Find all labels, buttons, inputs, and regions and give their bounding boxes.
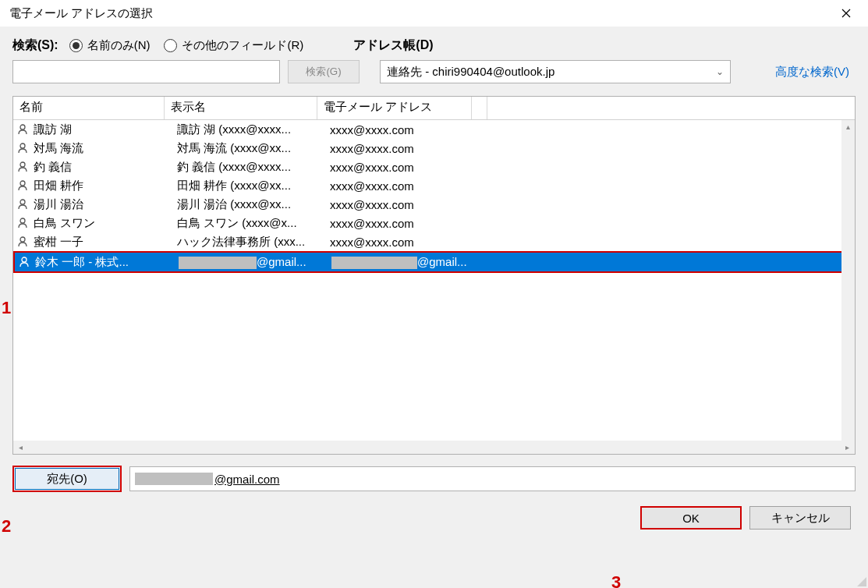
column-headers: 名前 表示名 電子メール アドレス xyxy=(13,97,855,120)
cell-email: xxxx@xxxx.com xyxy=(330,236,414,249)
dialog-buttons: OK キャンセル xyxy=(12,506,856,530)
cell-display: 釣 義信 (xxxx@xxxx... xyxy=(177,160,330,175)
cell-name: 釣 義信 xyxy=(34,160,177,175)
radio-icon xyxy=(69,39,83,52)
cell-email: @gmail... xyxy=(331,255,467,269)
search-label: 検索(S): xyxy=(12,37,58,54)
redacted-block xyxy=(135,473,213,485)
list-item[interactable]: 蜜柑 一子ハック法律事務所 (xxx...xxxx@xxxx.com xyxy=(13,232,855,251)
search-options-row: 検索(S): 名前のみ(N) その他のフィールド(R) アドレス帳(D) xyxy=(12,37,856,54)
person-icon xyxy=(16,217,29,229)
cell-name: 湯川 湯治 xyxy=(34,197,177,212)
cell-email: xxxx@xxxx.com xyxy=(330,217,414,230)
cell-name: 鈴木 一郎 - 株式... xyxy=(35,255,179,270)
radio-name-only[interactable]: 名前のみ(N) xyxy=(69,38,151,53)
scroll-left-icon: ◂ xyxy=(15,443,27,452)
list-item[interactable]: 湯川 湯治湯川 湯治 (xxxx@xx...xxxx@xxxx.com xyxy=(13,195,855,214)
cell-email: xxxx@xxxx.com xyxy=(330,142,414,155)
annotation-1: 1 xyxy=(2,298,11,318)
radio-other-fields-label: その他のフィールド(R) xyxy=(182,38,303,53)
svg-point-1 xyxy=(20,143,25,148)
chevron-down-icon: ⌄ xyxy=(716,66,724,77)
radio-name-only-label: 名前のみ(N) xyxy=(87,38,151,53)
cell-display: 対馬 海流 (xxxx@xx... xyxy=(177,141,330,156)
list-item[interactable]: 釣 義信釣 義信 (xxxx@xxxx...xxxx@xxxx.com xyxy=(13,158,855,176)
cell-name: 白鳥 スワン xyxy=(34,216,177,231)
search-button: 検索(G) xyxy=(288,60,360,83)
person-icon xyxy=(16,142,29,154)
person-icon xyxy=(16,236,29,248)
cell-display: ハック法律事務所 (xxx... xyxy=(177,235,330,250)
person-icon xyxy=(16,123,29,136)
address-book-select[interactable]: 連絡先 - chiri990404@outlook.jp ⌄ xyxy=(380,60,731,83)
column-name[interactable]: 名前 xyxy=(13,97,165,119)
to-input[interactable]: @gmail.com xyxy=(129,466,856,491)
column-email[interactable]: 電子メール アドレス xyxy=(317,97,472,119)
svg-point-7 xyxy=(22,257,27,262)
address-book-value: 連絡先 - chiri990404@outlook.jp xyxy=(387,65,554,80)
person-icon xyxy=(16,198,29,211)
ok-button[interactable]: OK xyxy=(640,506,742,530)
close-icon xyxy=(841,9,851,18)
vertical-scrollbar[interactable]: ▴ xyxy=(841,120,855,441)
cancel-button[interactable]: キャンセル xyxy=(749,506,851,530)
list-item[interactable]: 諏訪 湖諏訪 湖 (xxxx@xxxx...xxxx@xxxx.com xyxy=(13,120,855,139)
scroll-right-icon: ▸ xyxy=(841,443,853,452)
search-radio-group: 名前のみ(N) その他のフィールド(R) xyxy=(69,38,304,53)
svg-point-0 xyxy=(20,125,25,129)
list-item[interactable]: 田畑 耕作田畑 耕作 (xxxx@xx...xxxx@xxxx.com xyxy=(13,176,855,195)
inputs-row: 検索(G) 連絡先 - chiri990404@outlook.jp ⌄ 高度な… xyxy=(12,60,856,83)
annotation-2: 2 xyxy=(2,516,11,537)
cell-name: 田畑 耕作 xyxy=(34,179,177,193)
contacts-list: 名前 表示名 電子メール アドレス 諏訪 湖諏訪 湖 (xxxx@xxxx...… xyxy=(12,96,856,455)
cell-display: 白鳥 スワン (xxxx@x... xyxy=(177,216,330,231)
list-item-selected[interactable]: 鈴木 一郎 - 株式... @gmail... @gmail... xyxy=(13,251,855,273)
close-button[interactable] xyxy=(831,2,862,25)
redacted-block xyxy=(331,257,417,269)
to-button[interactable]: 宛先(O) xyxy=(12,466,122,492)
cell-email: xxxx@xxxx.com xyxy=(330,179,414,193)
column-display[interactable]: 表示名 xyxy=(165,97,317,119)
cell-email: xxxx@xxxx.com xyxy=(330,161,414,174)
svg-point-5 xyxy=(20,218,25,223)
to-value-suffix: @gmail.com xyxy=(214,473,280,486)
cell-display: 田畑 耕作 (xxxx@xx... xyxy=(177,179,330,193)
cell-display: @gmail... xyxy=(179,255,331,269)
cell-display: 諏訪 湖 (xxxx@xxxx... xyxy=(177,122,330,137)
svg-point-2 xyxy=(20,162,25,167)
person-icon xyxy=(16,161,29,173)
annotation-3: 3 xyxy=(611,572,621,588)
cell-name: 諏訪 湖 xyxy=(34,122,177,137)
radio-other-fields[interactable]: その他のフィールド(R) xyxy=(164,38,303,53)
person-icon xyxy=(18,256,30,268)
cell-name: 対馬 海流 xyxy=(34,141,177,156)
list-body: 諏訪 湖諏訪 湖 (xxxx@xxxx...xxxx@xxxx.com対馬 海流… xyxy=(13,120,855,441)
cell-email: xxxx@xxxx.com xyxy=(330,198,414,211)
horizontal-scrollbar[interactable]: ◂ ▸ xyxy=(13,441,855,454)
cell-email: xxxx@xxxx.com xyxy=(330,123,414,136)
window-title: 電子メール アドレスの選択 xyxy=(9,6,153,21)
svg-point-3 xyxy=(20,181,25,186)
svg-point-6 xyxy=(20,237,25,242)
advanced-search-link[interactable]: 高度な検索(V) xyxy=(775,65,849,80)
cell-name: 蜜柑 一子 xyxy=(34,235,177,250)
cell-display: 湯川 湯治 (xxxx@xx... xyxy=(177,197,330,212)
redacted-block xyxy=(179,257,257,269)
list-item[interactable]: 対馬 海流対馬 海流 (xxxx@xx...xxxx@xxxx.com xyxy=(13,139,855,158)
search-input[interactable] xyxy=(12,60,280,83)
person-icon xyxy=(16,179,29,192)
dialog-content: 検索(S): 名前のみ(N) その他のフィールド(R) アドレス帳(D) 検索(… xyxy=(0,27,868,588)
column-extra[interactable] xyxy=(472,97,487,119)
titlebar: 電子メール アドレスの選択 xyxy=(0,0,868,27)
radio-icon xyxy=(164,39,177,52)
svg-point-4 xyxy=(20,200,25,204)
address-book-label: アドレス帳(D) xyxy=(353,37,433,54)
scroll-up-icon: ▴ xyxy=(841,120,855,133)
recipients-row: 宛先(O) @gmail.com xyxy=(12,466,856,492)
resize-grip-icon[interactable] xyxy=(856,576,866,586)
list-item[interactable]: 白鳥 スワン白鳥 スワン (xxxx@x...xxxx@xxxx.com xyxy=(13,214,855,232)
